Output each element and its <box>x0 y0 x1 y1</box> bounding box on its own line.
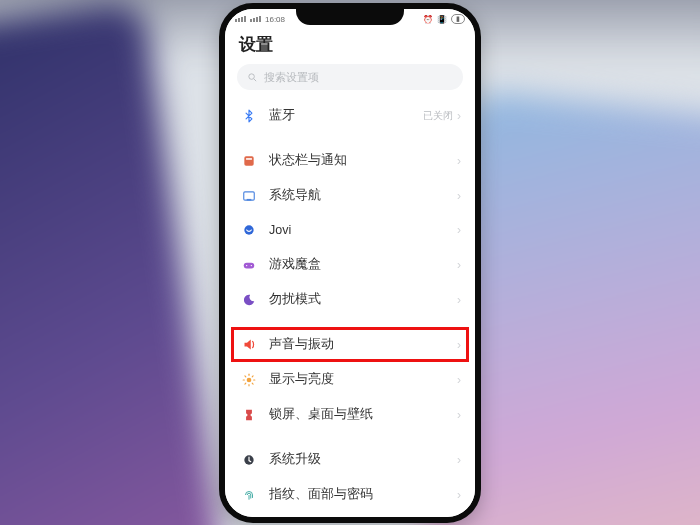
jovi-icon <box>241 222 257 238</box>
svg-rect-4 <box>244 191 255 199</box>
signal-icon <box>250 16 261 22</box>
svg-rect-7 <box>244 262 255 268</box>
svg-point-0 <box>249 73 255 79</box>
chevron-right-icon: › <box>457 453 461 467</box>
chevron-right-icon: › <box>457 154 461 168</box>
moon-icon <box>241 292 257 308</box>
svg-line-18 <box>252 375 253 376</box>
row-jovi[interactable]: Jovi › <box>225 213 475 247</box>
svg-line-15 <box>245 375 246 376</box>
row-label: 声音与振动 <box>269 336 457 353</box>
row-bluetooth[interactable]: 蓝牙 已关闭 › <box>225 98 475 133</box>
row-label: 锁屏、桌面与壁纸 <box>269 406 457 423</box>
row-status: 已关闭 <box>423 109 453 123</box>
row-label: 游戏魔盒 <box>269 256 457 273</box>
phone-notch <box>296 8 404 25</box>
row-label: 系统升级 <box>269 451 457 468</box>
signal-icon <box>235 16 246 22</box>
row-label: 显示与亮度 <box>269 371 457 388</box>
status-time: 16:08 <box>265 15 285 24</box>
svg-line-1 <box>254 78 256 80</box>
svg-point-10 <box>247 377 252 382</box>
settings-screen: 16:08 ⏰ 📳 ▮ 设置 搜索设置项 蓝牙 已关闭 › <box>225 9 475 517</box>
svg-point-6 <box>244 225 253 234</box>
row-system-update[interactable]: 系统升级 › <box>225 442 475 477</box>
bluetooth-icon <box>241 108 257 124</box>
chevron-right-icon: › <box>457 223 461 237</box>
svg-line-16 <box>252 383 253 384</box>
chevron-right-icon: › <box>457 488 461 502</box>
search-placeholder: 搜索设置项 <box>264 70 319 85</box>
update-icon <box>241 452 257 468</box>
chevron-right-icon: › <box>457 338 461 352</box>
battery-icon: ▮ <box>451 14 465 24</box>
page-title: 设置 <box>225 27 475 64</box>
chevron-right-icon: › <box>457 373 461 387</box>
row-label: 蓝牙 <box>269 107 423 124</box>
row-label: 状态栏与通知 <box>269 152 457 169</box>
wallpaper-icon <box>241 407 257 423</box>
chevron-right-icon: › <box>457 408 461 422</box>
svg-point-8 <box>246 264 247 265</box>
sound-icon <box>241 337 257 353</box>
navigation-icon <box>241 188 257 204</box>
fingerprint-icon <box>241 487 257 503</box>
svg-rect-5 <box>247 198 252 200</box>
alarm-icon: ⏰ <box>423 15 433 24</box>
gamebox-icon <box>241 257 257 273</box>
svg-rect-3 <box>246 158 252 160</box>
chevron-right-icon: › <box>457 109 461 123</box>
chevron-right-icon: › <box>457 189 461 203</box>
row-display-brightness[interactable]: 显示与亮度 › <box>225 362 475 397</box>
row-lock-wallpaper[interactable]: 锁屏、桌面与壁纸 › <box>225 397 475 432</box>
row-dnd[interactable]: 勿扰模式 › <box>225 282 475 317</box>
row-label: Jovi <box>269 223 457 237</box>
row-navigation[interactable]: 系统导航 › <box>225 178 475 213</box>
row-label: 指纹、面部与密码 <box>269 486 457 503</box>
row-label: 系统导航 <box>269 187 457 204</box>
row-fingerprint-face-password[interactable]: 指纹、面部与密码 › <box>225 477 475 512</box>
row-sound-vibration[interactable]: 声音与振动 › <box>225 327 475 362</box>
row-status-notifications[interactable]: 状态栏与通知 › <box>225 143 475 178</box>
search-icon <box>247 72 258 83</box>
svg-line-17 <box>245 383 246 384</box>
row-gamebox[interactable]: 游戏魔盒 › <box>225 247 475 282</box>
notification-icon <box>241 153 257 169</box>
svg-rect-2 <box>244 156 253 165</box>
row-label: 勿扰模式 <box>269 291 457 308</box>
vibrate-icon: 📳 <box>437 15 447 24</box>
chevron-right-icon: › <box>457 293 461 307</box>
chevron-right-icon: › <box>457 258 461 272</box>
phone-frame: 16:08 ⏰ 📳 ▮ 设置 搜索设置项 蓝牙 已关闭 › <box>219 3 481 523</box>
brightness-icon <box>241 372 257 388</box>
svg-point-9 <box>251 264 252 265</box>
search-input[interactable]: 搜索设置项 <box>237 64 463 90</box>
